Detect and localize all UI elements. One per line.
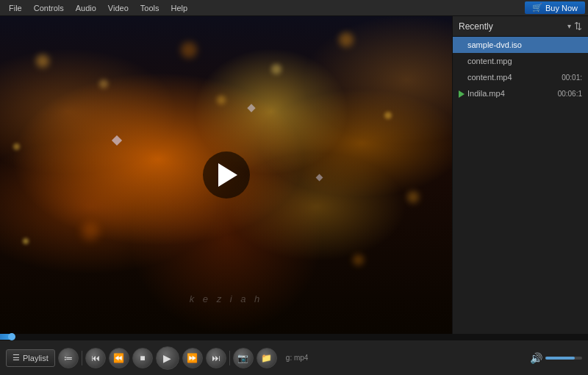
volume-bar[interactable] (545, 357, 582, 360)
main-area: k e z i a h Recently ▾ ⇅ sample-dvd.iso … (0, 16, 588, 334)
bokeh-3 (181, 42, 197, 58)
play-indicator-2 (459, 74, 465, 80)
file-name-3: Indila.mp4 (467, 89, 555, 98)
rewind-icon: ⏪ (113, 353, 124, 363)
file-name-1: content.mpg (467, 57, 579, 65)
next-button[interactable]: ⏭ (206, 348, 226, 368)
playlist-menu-icon: ☰ (12, 353, 20, 362)
open-folder-button[interactable]: 📁 (257, 348, 277, 368)
stop-button[interactable]: ■ (132, 348, 153, 368)
menu-video[interactable]: Video (102, 2, 135, 14)
queue-button[interactable]: ≔ (58, 348, 79, 368)
sort-icon[interactable]: ⇅ (574, 21, 582, 32)
volume-area: 🔊 (530, 352, 582, 364)
bokeh-9 (82, 223, 99, 240)
file-item-2[interactable]: content.mp4 00:01: (453, 69, 588, 85)
snapshot-button[interactable]: 📷 (233, 348, 254, 368)
buy-now-button[interactable]: 🛒 Buy Now (525, 1, 585, 14)
prev-icon: ⏮ (91, 353, 100, 363)
menu-file[interactable]: File (3, 2, 28, 14)
separator-1 (82, 351, 82, 365)
file-time-2: 00:01: (562, 74, 582, 82)
menubar: File Controls Audio Video Tools Help 🛒 B… (0, 0, 588, 16)
bokeh-4 (271, 64, 282, 74)
file-name-2: content.mp4 (467, 73, 559, 82)
play-indicator-0 (459, 42, 465, 48)
dropdown-arrow-icon[interactable]: ▾ (567, 22, 571, 30)
prev-button[interactable]: ⏮ (85, 348, 106, 368)
panel-header: Recently ▾ ⇅ (453, 16, 588, 37)
stop-icon: ■ (140, 353, 145, 363)
file-info: g: mp4 (280, 354, 527, 362)
folder-icon: 📁 (261, 353, 272, 363)
fastfwd-icon: ⏩ (187, 353, 198, 363)
file-item-1[interactable]: content.mpg (453, 53, 588, 69)
file-list: sample-dvd.iso content.mpg content.mp4 0… (453, 37, 588, 334)
playlist-label: Playlist (23, 354, 49, 362)
file-item-0[interactable]: sample-dvd.iso (453, 37, 588, 53)
next-icon: ⏭ (212, 353, 220, 363)
recently-dropdown[interactable]: Recently (459, 21, 564, 32)
menu-tools[interactable]: Tools (135, 2, 165, 14)
buy-now-label: Buy Now (545, 4, 578, 12)
watermark: k e z i a h (190, 293, 263, 304)
play-pause-button[interactable]: ▶ (156, 346, 179, 370)
file-item-3[interactable]: Indila.mp4 00:06:1 (453, 85, 588, 101)
file-info-label: g: (286, 354, 292, 362)
volume-icon[interactable]: 🔊 (530, 352, 542, 364)
fastfwd-button[interactable]: ⏩ (182, 348, 203, 368)
play-button-overlay[interactable] (203, 151, 250, 199)
file-time-3: 00:06:1 (558, 90, 582, 98)
bokeh-12 (353, 254, 364, 265)
file-info-filename: mp4 (294, 354, 308, 362)
cart-icon: 🛒 (532, 3, 542, 12)
bokeh-1 (36, 54, 49, 68)
menu-audio[interactable]: Audio (70, 2, 102, 14)
bottom-bar: ☰ Playlist ≔ ⏮ ⏪ ■ ▶ ⏩ ⏭ 📷 📁 g: mp4 (0, 340, 588, 375)
bokeh-5 (339, 32, 354, 47)
play-indicator-1 (459, 58, 465, 64)
snapshot-icon: 📷 (237, 353, 248, 363)
seek-bar[interactable] (0, 334, 588, 340)
seek-knob[interactable] (8, 333, 15, 340)
volume-fill (545, 357, 575, 360)
file-name-0: sample-dvd.iso (467, 40, 579, 49)
menu-controls[interactable]: Controls (28, 2, 70, 14)
right-panel: Recently ▾ ⇅ sample-dvd.iso content.mpg … (452, 16, 588, 334)
play-icon: ▶ (163, 352, 171, 364)
rewind-button[interactable]: ⏪ (109, 348, 129, 368)
bokeh-6 (384, 112, 392, 119)
bokeh-7 (407, 191, 419, 203)
video-area[interactable]: k e z i a h (0, 16, 452, 334)
playlist-button[interactable]: ☰ Playlist (6, 349, 55, 367)
queue-icon: ≔ (64, 353, 73, 363)
play-indicator-3 (459, 90, 465, 96)
menu-help[interactable]: Help (165, 2, 193, 14)
separator-2 (229, 351, 230, 365)
